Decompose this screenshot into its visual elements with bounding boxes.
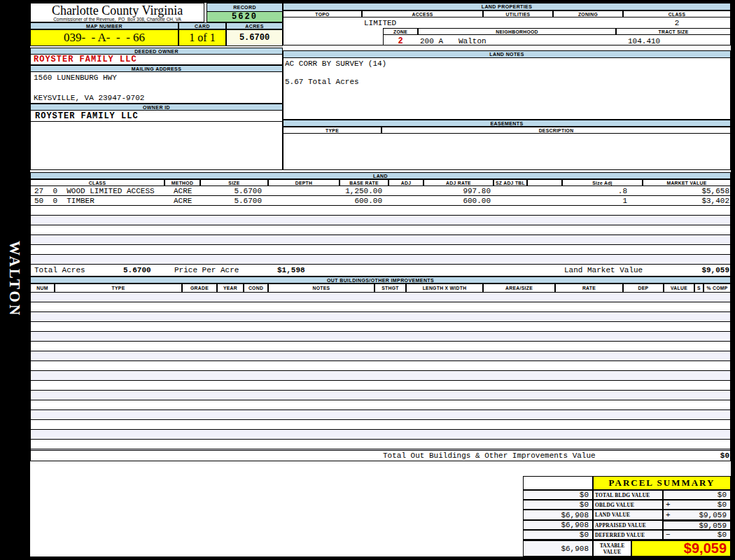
ob-col-year: YEAR bbox=[217, 284, 244, 293]
land-col-size-adj: Size Adj bbox=[562, 179, 643, 186]
easement-description-header: DESCRIPTION bbox=[382, 127, 731, 134]
land-row-adj-rate: 600.00 bbox=[421, 197, 491, 205]
owner-empty-box bbox=[30, 122, 283, 170]
acres-cell: 5.6700 bbox=[226, 29, 283, 46]
map-number-label: MAP NUMBER bbox=[30, 22, 178, 29]
easements-header: EASEMENTS bbox=[283, 120, 731, 127]
mailing-address-header: MAILING ADDRESS bbox=[30, 65, 283, 72]
owner-id-row: ROYSTER FAMILY LLC bbox=[30, 111, 283, 122]
land-col-blank bbox=[527, 179, 562, 186]
parcel-summary-title-cell: PARCEL SUMMARY bbox=[593, 476, 731, 490]
topo-header: TOPO bbox=[283, 10, 362, 18]
land-empty-rows bbox=[30, 206, 731, 265]
land-notes-box: AC CORR BY SURVEY (14) 5.67 Total Acres bbox=[283, 58, 731, 120]
county-header-box: Charlotte County Virginia Commissioner o… bbox=[30, 3, 204, 22]
access-header: ACCESS bbox=[362, 10, 483, 18]
ps-op: − bbox=[666, 531, 671, 539]
easements-box bbox=[283, 134, 731, 170]
price-per-acre-label: Price Per Acre bbox=[174, 266, 239, 274]
neighborhood-header: NEIGHBORHOOD bbox=[418, 28, 616, 35]
ob-col-length-width: LENGTH X WIDTH bbox=[406, 284, 483, 293]
ob-col-cond: COND bbox=[244, 284, 268, 293]
neighborhood-code: 200 A bbox=[420, 37, 443, 46]
ob-col-pct-comp: % COMP bbox=[704, 284, 731, 293]
land-notes-header: LAND NOTES bbox=[283, 50, 731, 58]
tract-size-header: TRACT SIZE bbox=[616, 28, 731, 35]
address-line-1: 1560 LUNENBURG HWY bbox=[31, 72, 282, 82]
class-header: CLASS bbox=[623, 10, 731, 18]
record-value-cell: 5620 bbox=[206, 11, 283, 22]
land-row-size: 5.6700 bbox=[201, 187, 262, 195]
land-col-adj: ADJ bbox=[388, 179, 424, 186]
total-acres-value: 5.6700 bbox=[123, 266, 151, 274]
easement-type-header: TYPE bbox=[283, 127, 382, 134]
county-subtitle: Commissioner of the Revenue, PO Box 308,… bbox=[31, 17, 204, 22]
ps-left-value: $6,908 bbox=[523, 520, 593, 530]
acres-label: ACRES bbox=[226, 22, 283, 29]
ps-label: DEFERRED VALUE bbox=[593, 530, 663, 540]
land-col-adj-rate: ADJ RATE bbox=[424, 179, 493, 186]
land-properties-header: LAND PROPERTIES bbox=[283, 3, 731, 10]
outbuildings-total-value: $0 bbox=[645, 451, 729, 460]
land-row-market-value: $5,658 bbox=[645, 187, 729, 195]
land-row-class: 50 0 TIMBER bbox=[34, 197, 94, 205]
zoning-header: ZONING bbox=[553, 10, 623, 18]
neighborhood-name: Walton bbox=[458, 37, 486, 46]
ps-taxable-value-cell: $9,059 bbox=[631, 540, 731, 556]
land-row-size-adj: .8 bbox=[557, 187, 627, 195]
map-number-cell: 039- - A- - - 66 bbox=[30, 29, 178, 46]
deeded-owner-row: ROYSTER FAMILY LLC bbox=[30, 55, 283, 65]
land-row-class: 27 0 WOOD LIMITED ACCESS bbox=[34, 187, 155, 195]
land-row-size-adj: 1 bbox=[557, 197, 627, 205]
land-market-value-label: Land Market Value bbox=[564, 266, 643, 274]
total-acres-label: Total Acres bbox=[34, 266, 85, 274]
ps-left-value: $0 bbox=[523, 500, 593, 510]
land-row-base-rate: 1,250.00 bbox=[312, 187, 382, 195]
land-note-2: 5.67 Total Acres bbox=[284, 68, 730, 86]
card-value: 1 of 1 bbox=[189, 31, 215, 44]
ps-left-value: $6,908 bbox=[523, 510, 593, 520]
ps-label: APPRAISED VALUE bbox=[593, 520, 663, 530]
address-line-2: KEYSVILLE, VA 23947-9702 bbox=[31, 94, 282, 103]
ps-right-value: $0 bbox=[663, 530, 731, 540]
land-col-depth: DEPTH bbox=[268, 179, 340, 186]
ps-left-value: $0 bbox=[523, 490, 593, 500]
ps-label: OBLDG VALUE bbox=[593, 500, 663, 510]
card-label: CARD bbox=[178, 22, 226, 29]
land-col-class: CLASS bbox=[30, 179, 164, 186]
ob-col-type: TYPE bbox=[55, 284, 182, 293]
ps-label: TOTAL BLDG VALUE bbox=[593, 490, 663, 500]
ps-op: + bbox=[666, 500, 671, 509]
map-number-value: 039- - A- - - 66 bbox=[64, 31, 145, 45]
ps-taxable-value: $9,059 bbox=[684, 540, 730, 556]
owner-id-value: ROYSTER FAMILY LLC bbox=[31, 111, 139, 121]
ps-op: + bbox=[666, 511, 671, 519]
land-section-header: LAND bbox=[30, 172, 731, 179]
land-market-value-total: $9,059 bbox=[645, 266, 729, 274]
land-col-size: SIZE bbox=[200, 179, 268, 186]
deeded-owner-header: DEEDED OWNER bbox=[30, 48, 283, 55]
district-label: WALTON bbox=[6, 241, 23, 332]
land-row-method: ACRE bbox=[174, 187, 192, 195]
ob-col-rate: RATE bbox=[555, 284, 623, 293]
land-col-method: METHOD bbox=[164, 179, 200, 186]
ps-label: LAND VALUE bbox=[593, 510, 663, 520]
land-row-adj-rate: 997.80 bbox=[421, 187, 491, 195]
ob-col-grade: GRADE bbox=[182, 284, 217, 293]
owner-id-header: OWNER ID bbox=[30, 104, 283, 111]
land-col-base-rate: BASE RATE bbox=[340, 179, 388, 186]
access-value: LIMITED bbox=[364, 19, 396, 27]
record-value: 5620 bbox=[232, 12, 258, 22]
zone-value: 2 bbox=[383, 36, 418, 46]
land-row-base-rate: 600.00 bbox=[312, 197, 382, 205]
deeded-owner-value: ROYSTER FAMILY LLC bbox=[31, 55, 137, 64]
land-row: 50 0 TIMBER ACRE 5.6700 600.00 600.00 1 … bbox=[30, 196, 731, 206]
ps-left-value: $0 bbox=[523, 530, 593, 540]
ps-right-value: $0 bbox=[663, 490, 731, 500]
outbuildings-header: OUT BUILDINGS/OTHER IMPROVEMENTS bbox=[30, 276, 731, 284]
mailing-address-box: 1560 LUNENBURG HWY KEYSVILLE, VA 23947-9… bbox=[30, 72, 283, 104]
tract-size-value: 104.410 bbox=[628, 37, 660, 46]
outbuildings-total-row: Total Out Buildings & Other Improvements… bbox=[30, 451, 731, 461]
land-col-market-value: MARKET VALUE bbox=[643, 179, 731, 186]
outbuildings-total-label: Total Out Buildings & Other Improvements… bbox=[383, 451, 596, 460]
